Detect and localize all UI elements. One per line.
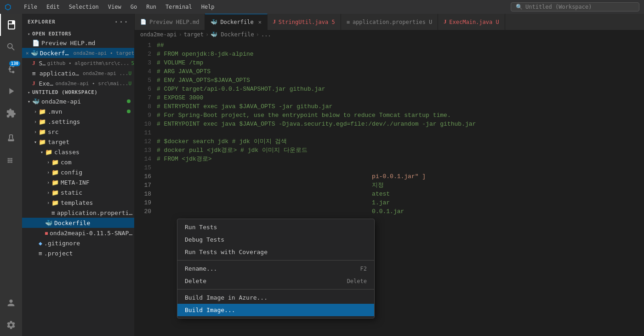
breadcrumb: onda2me-api › target › 🐳 Dockerfile › ..… (135, 30, 644, 39)
activity-flask[interactable] (0, 128, 22, 150)
tree-dockerfile[interactable]: 🐳 Dockerfile (22, 218, 134, 228)
menu-help[interactable]: Help (198, 3, 218, 11)
menu-build-image[interactable]: Build Image... (177, 304, 374, 316)
activity-search[interactable] (0, 36, 22, 58)
code-line-19: 1.jar (157, 198, 635, 207)
open-editor-app-props[interactable]: ≡ application.properties onda2me-api ...… (22, 68, 134, 78)
activity-extensions[interactable] (0, 102, 22, 124)
folder-icon: 📁 (39, 108, 46, 115)
menu-run-tests-coverage[interactable]: Run Tests with Coverage (177, 246, 374, 258)
tree-src[interactable]: › 📁 src (22, 127, 134, 137)
folder-icon: 📁 (51, 199, 59, 206)
vscode-logo: ⬡ (5, 3, 11, 12)
arrow-icon: ▾ (39, 150, 45, 155)
java-icon: J (32, 59, 35, 67)
titlebar: ⬡ File Edit Selection View Go Run Termin… (0, 0, 644, 14)
activity-explorer[interactable] (0, 14, 22, 36)
code-line-12: # $docker search jdk # jdk 이미지 검색 (157, 137, 635, 146)
close-icon[interactable]: ✕ (26, 50, 29, 56)
tree-onda2me-api[interactable]: ▾ 🐳 onda2me-api (22, 96, 134, 106)
code-line-17: 지정 (157, 181, 635, 190)
menu-run[interactable]: Run (142, 3, 160, 11)
folder-icon: 📁 (39, 139, 46, 145)
menu-divider-2 (177, 289, 374, 290)
code-line-11 (157, 128, 635, 137)
menu-debug-tests[interactable]: Debug Tests (177, 233, 374, 246)
preview-tab-icon: 📄 (140, 19, 147, 25)
activity-run[interactable] (0, 80, 22, 102)
open-editor-preview-help[interactable]: 📄 Preview HELP.md (22, 38, 134, 48)
sidebar: EXPLORER ··· ▾ OPEN EDITORS 📄 Preview HE… (22, 14, 135, 336)
tab-preview-help[interactable]: 📄 Preview HELP.md (135, 14, 205, 30)
menu-divider-1 (177, 260, 374, 261)
activity-account[interactable] (0, 292, 22, 314)
menu-rename[interactable]: Rename... F2 (177, 262, 374, 275)
java2-tab-icon: J (444, 18, 446, 25)
tree-jar[interactable]: ■ onda2meapi-0.11.5-SNAPSHOT.jar (22, 228, 134, 238)
menu-go[interactable]: Go (127, 3, 141, 11)
menu-selection[interactable]: Selection (65, 3, 103, 11)
menu-build-azure[interactable]: Build Image in Azure... (177, 291, 374, 304)
arrow-icon: › (45, 180, 51, 185)
open-editor-dockerfile[interactable]: ✕ 🐳 Dockerfile onda2me-api • target (22, 48, 134, 58)
tab-dockerfile[interactable]: 🐳 Dockerfile ✕ (205, 14, 267, 30)
breadcrumb-part-4[interactable]: ... (261, 31, 271, 38)
menu-view[interactable]: View (104, 3, 125, 11)
menu-terminal[interactable]: Terminal (162, 3, 196, 11)
modified-dot (127, 99, 131, 103)
tree-meta-inf[interactable]: › 📁 META-INF (22, 177, 134, 187)
tree-classes[interactable]: ▾ 📁 classes (22, 147, 134, 157)
folder-icon: 📁 (45, 149, 52, 156)
open-editor-execmain[interactable]: J ExecMain.java onda2me-api • src\mai...… (22, 78, 134, 88)
java-tab-icon: J (273, 18, 276, 25)
activity-settings[interactable] (0, 314, 22, 336)
code-line-15 (157, 163, 635, 172)
tree-static[interactable]: › 📁 static (22, 187, 134, 197)
tab-close-icon[interactable]: ✕ (258, 19, 262, 25)
code-line-5: # ENV JAVA_OPTS=$JAVA_OPTS (157, 76, 635, 85)
menu-run-tests[interactable]: Run Tests (177, 221, 374, 233)
tree-app-props[interactable]: ≡ application.properties (22, 208, 134, 218)
arrow-icon: ▾ (26, 99, 32, 104)
breadcrumb-part-1[interactable]: onda2me-api (140, 31, 177, 38)
menu-delete[interactable]: Delete Delete (177, 275, 374, 287)
tree-templates[interactable]: › 📁 templates (22, 197, 134, 208)
arrow-icon: ▾ (32, 139, 39, 145)
tree-project[interactable]: ≡ .project (22, 248, 134, 258)
activity-bar: 130 (0, 14, 22, 336)
open-editor-stringutil[interactable]: J StringUtil.java github • algorithm\src… (22, 58, 134, 68)
arrow-icon: › (45, 170, 51, 175)
open-editors-label[interactable]: ▾ OPEN EDITORS (22, 30, 134, 38)
tree-config[interactable]: › 📁 config (22, 167, 134, 177)
code-line-6: # COPY target/api-0.0.1-SNAPSHOT.jar git… (157, 85, 635, 93)
tab-stringutil[interactable]: J StringUtil.java 5 (268, 14, 341, 30)
tree-settings[interactable]: › 📁 .settings (22, 116, 134, 127)
activity-source-control[interactable]: 130 (0, 58, 22, 80)
java2-icon: J (32, 80, 35, 87)
tree-mvn[interactable]: › 📁 .mvn (22, 106, 134, 116)
tab-execmain[interactable]: J ExecMain.java U (438, 14, 505, 30)
breadcrumb-part-3[interactable]: 🐳 Dockerfile (211, 31, 254, 38)
props-icon: ≡ (32, 70, 36, 77)
modified-dot (127, 110, 131, 113)
tree-com[interactable]: › 📁 com (22, 157, 134, 167)
menu-edit[interactable]: Edit (43, 3, 63, 11)
workspace-label[interactable]: ▾ UNTITLED (WORKSPACE) (22, 88, 134, 96)
context-menu: Run Tests Debug Tests Run Tests with Cov… (177, 219, 375, 319)
tab-app-props[interactable]: ≡ application.properties U (341, 14, 439, 30)
explorer-more[interactable]: ··· (114, 17, 129, 26)
global-search[interactable]: 🔍 Untitled (Workspace) (511, 2, 639, 12)
file-icon: ◆ (39, 240, 42, 247)
code-line-8: # ENTRYPOINT exec java $JAVA_OPTS -jar g… (157, 102, 635, 111)
arrow-icon: › (32, 109, 39, 114)
arrow-icon: › (45, 190, 51, 195)
activity-docker[interactable] (0, 150, 22, 172)
arrow-icon: › (32, 119, 39, 124)
arrow-icon: › (45, 160, 51, 165)
menu-file[interactable]: File (20, 3, 41, 11)
docker-icon: 🐳 (31, 50, 38, 57)
breadcrumb-part-2[interactable]: target (184, 31, 204, 38)
tree-gitignore[interactable]: ◆ .gitignore (22, 238, 134, 248)
props-icon: ≡ (51, 209, 55, 216)
tree-target[interactable]: ▾ 📁 target (22, 137, 134, 147)
